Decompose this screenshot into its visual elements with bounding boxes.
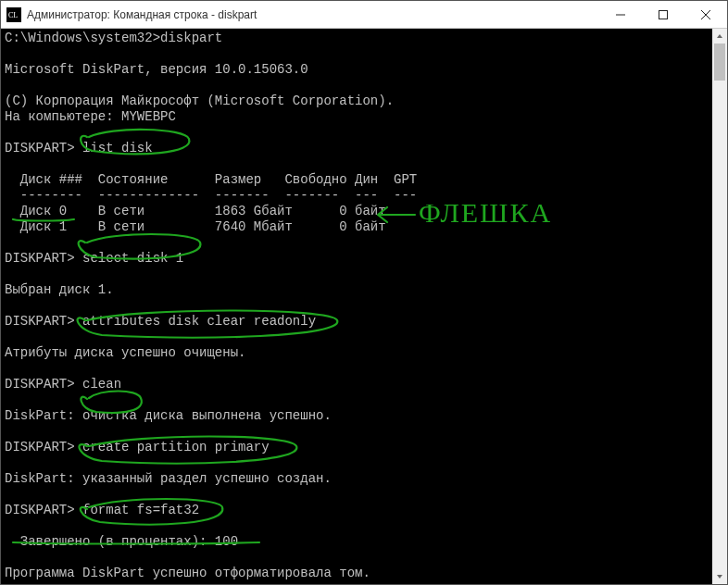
vertical-scrollbar[interactable]	[712, 29, 727, 584]
svg-rect-4	[659, 10, 668, 19]
scroll-down-button[interactable]	[712, 569, 727, 584]
prompt: DISKPART>	[5, 440, 75, 454]
prompt: DISKPART>	[5, 251, 75, 266]
cmd-icon: CL	[6, 7, 21, 22]
console-area[interactable]: C:\Windows\system32>diskpart Microsoft D…	[1, 29, 727, 584]
line: Программа DiskPart успешно отформатирова…	[5, 566, 370, 580]
line: (C) Корпорация Майкрософт (Microsoft Cor…	[5, 93, 394, 108]
prompt: DISKPART>	[5, 141, 75, 156]
line: Выбран диск 1.	[5, 282, 114, 297]
line: DiskPart: указанный раздел успешно созда…	[5, 471, 332, 486]
table-row: Диск 0 В сети 1863 Gбайт 0 байт	[5, 204, 386, 218]
table-header: Диск ### Состояние Размер Свободно Дин G…	[5, 172, 417, 187]
command: create partition primary	[82, 440, 270, 454]
console-output: C:\Windows\system32>diskpart Microsoft D…	[1, 29, 712, 584]
line: Атрибуты диска успешно очищены.	[5, 345, 245, 360]
table-divider: -------- ------------- ------- ------- -…	[5, 188, 417, 203]
scroll-track[interactable]	[712, 44, 727, 569]
close-button[interactable]	[684, 1, 727, 28]
maximize-button[interactable]	[642, 1, 684, 28]
svg-text:CL: CL	[8, 11, 18, 19]
line: DiskPart: очистка диска выполнена успешн…	[5, 408, 332, 423]
window-controls	[599, 1, 727, 28]
window-title: Администратор: Командная строка - diskpa…	[27, 8, 599, 21]
command: list disk	[82, 141, 153, 156]
command: attributes disk clear readonly	[82, 314, 316, 329]
line: C:\Windows\system32>diskpart	[5, 31, 222, 45]
command: format fs=fat32	[82, 503, 199, 517]
line: Завершено (в процентах): 100	[5, 534, 238, 549]
minimize-button[interactable]	[599, 1, 642, 28]
prompt: DISKPART>	[5, 377, 75, 392]
prompt: DISKPART>	[5, 314, 75, 329]
prompt: DISKPART>	[5, 503, 75, 517]
command-prompt-window: CL Администратор: Командная строка - dis…	[0, 0, 728, 585]
line: Microsoft DiskPart, версия 10.0.15063.0	[5, 62, 308, 77]
command: select disk 1	[82, 251, 183, 266]
titlebar[interactable]: CL Администратор: Командная строка - dis…	[1, 1, 727, 29]
line: На компьютере: MYWEBPC	[5, 109, 176, 124]
table-row: Диск 1 В сети 7640 Mбайт 0 байт	[5, 219, 386, 234]
command: clean	[82, 377, 121, 392]
scroll-up-button[interactable]	[712, 29, 727, 44]
scroll-thumb[interactable]	[714, 44, 725, 81]
